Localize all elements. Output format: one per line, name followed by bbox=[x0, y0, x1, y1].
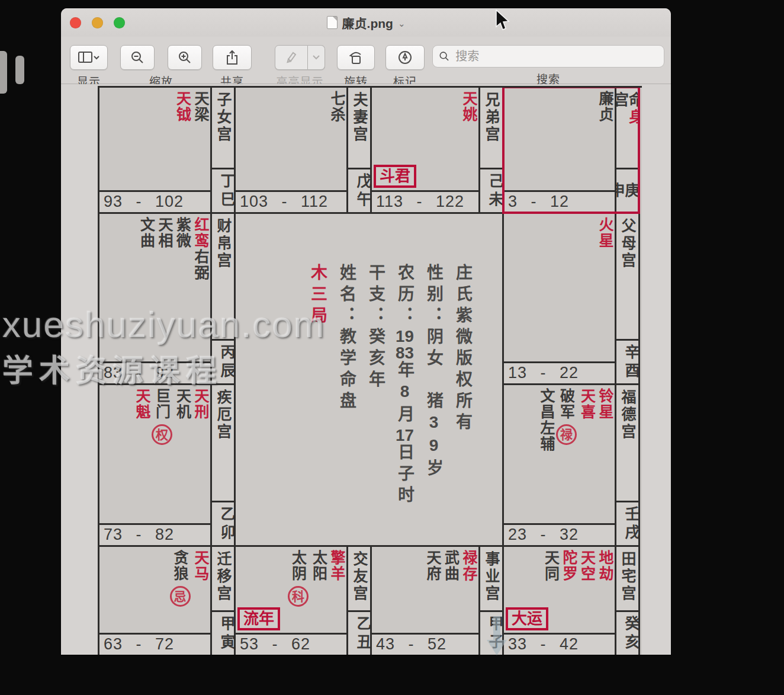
stem-branch: 壬戌 bbox=[616, 501, 638, 545]
ziwei-chart-image: 天钺天梁93 - 102子女宫丁巳七杀103 - 112夫妻宫戊午天姚斗君113… bbox=[98, 86, 642, 655]
palace-name: 福德宫 bbox=[620, 385, 635, 441]
star-name: 天钺 bbox=[175, 91, 191, 123]
age-range: 93 - 102 bbox=[99, 190, 210, 212]
palace-qianyi: 贪狼忌天马63 - 72迁移宫甲寅 bbox=[99, 547, 236, 655]
age-range: 73 - 82 bbox=[99, 523, 210, 545]
markup-icon bbox=[397, 50, 413, 65]
age-range: 113 - 122 bbox=[372, 190, 478, 212]
star-column: 擎羊 bbox=[329, 550, 345, 582]
palace-shiye: 天府武曲禄存43 - 52事业宫甲子 bbox=[372, 547, 504, 655]
palace-name: 父母宫 bbox=[620, 214, 635, 270]
preview-window: 廉贞.png ⌄ 显示 bbox=[61, 8, 671, 655]
search-field[interactable] bbox=[432, 45, 664, 68]
star-name: 文昌左辅 bbox=[538, 388, 555, 452]
palace-badge: 大运 bbox=[506, 607, 548, 630]
star-name: 火星 bbox=[597, 217, 613, 249]
age-range: 53 - 62 bbox=[236, 633, 346, 655]
star-column: 武曲 bbox=[442, 550, 459, 582]
star-column: 太阴科 bbox=[288, 550, 309, 607]
window-title-area: 廉贞.png ⌄ bbox=[61, 8, 671, 37]
age-range: 43 - 52 bbox=[372, 633, 478, 655]
star-group: 太阴科太阳擎羊 bbox=[286, 550, 345, 607]
markup-button[interactable] bbox=[385, 45, 425, 70]
star-column: 陀罗 bbox=[561, 550, 577, 582]
palace-name: 疾厄宫 bbox=[216, 385, 230, 441]
title-chevron-icon[interactable]: ⌄ bbox=[398, 18, 406, 29]
palace-name: 子女宫 bbox=[216, 88, 230, 143]
stem-branch: 乙丑 bbox=[348, 610, 370, 655]
palace-zinv: 天钺天梁93 - 102子女宫丁巳 bbox=[99, 88, 236, 214]
toolbar-group-markup: 标记 bbox=[385, 45, 425, 89]
palace-name-column: 子女宫丁巳 bbox=[210, 88, 234, 212]
stem-branch: 己未 bbox=[480, 168, 502, 212]
palace-body: 文昌左辅破军禄天喜铃星23 - 32 bbox=[504, 385, 615, 545]
toolbar-group-highlight: 高亮显示 bbox=[275, 45, 325, 89]
highlight-button[interactable] bbox=[275, 45, 308, 70]
birth-info-columns: 庄氏紫微版权所有性别：阴女 猪39岁农历：1983年8月17日子时干支：癸亥年姓… bbox=[303, 264, 477, 507]
palace-mingshen: 廉贞3 - 12命身宫庚申 bbox=[504, 88, 640, 214]
star-column: 天马 bbox=[192, 550, 209, 582]
zoom-out-button[interactable] bbox=[120, 45, 155, 70]
star-column: 红鸾右弼 bbox=[192, 217, 209, 281]
share-button[interactable] bbox=[213, 45, 252, 70]
search-input[interactable] bbox=[454, 49, 658, 64]
info-column: 姓名：教学命盘 bbox=[332, 264, 361, 507]
chevron-down-icon bbox=[313, 55, 320, 60]
video-frame: 廉贞.png ⌄ 显示 bbox=[0, 0, 784, 695]
palace-name-column: 疾厄宫乙卯 bbox=[210, 385, 234, 545]
star-column: 天府 bbox=[425, 550, 441, 582]
star-name: 太阴 bbox=[290, 550, 307, 582]
info-text: 性别：阴女 猪39岁 bbox=[425, 264, 443, 481]
age-range: 33 - 42 bbox=[504, 633, 615, 655]
info-text: 姓名：教学命盘 bbox=[338, 264, 356, 413]
star-column: 天相 bbox=[156, 217, 173, 249]
name-gap bbox=[635, 126, 635, 151]
star-name: 破军 bbox=[558, 388, 575, 420]
info-text: 农历： bbox=[396, 264, 414, 328]
transform-seal-icon: 权 bbox=[152, 424, 172, 445]
info-column: 庄氏紫微版权所有 bbox=[448, 264, 477, 507]
info-text: 日子时 bbox=[396, 443, 414, 507]
info-text: 庄氏紫微版权所有 bbox=[454, 264, 472, 434]
toolbar: 显示 bbox=[61, 37, 671, 84]
star-group: 天魁巨门权天机天刑 bbox=[132, 388, 209, 445]
sidebar-toggle-button[interactable] bbox=[70, 45, 108, 70]
rotate-button[interactable] bbox=[337, 45, 375, 70]
palace-name-column: 夫妻宫戊午 bbox=[346, 88, 370, 212]
star-group: 火星 bbox=[595, 217, 613, 249]
window-title: 廉贞.png bbox=[342, 14, 393, 31]
highlight-dropdown-button[interactable] bbox=[308, 45, 325, 70]
star-name: 廉贞 bbox=[597, 91, 613, 123]
search-icon bbox=[439, 50, 449, 62]
palace-body: 天同陀罗天空地劫大运33 - 42 bbox=[504, 547, 615, 655]
palace-name-char: 身 bbox=[627, 109, 639, 126]
palace-tianzhai: 天同陀罗天空地劫大运33 - 42田宅宫癸亥 bbox=[504, 547, 640, 655]
star-group: 七杀 bbox=[327, 91, 345, 123]
star-name: 红鸾 bbox=[192, 217, 209, 249]
star-column: 天梁 bbox=[192, 91, 209, 123]
star-name: 天刑 bbox=[192, 388, 209, 420]
palace-name: 田宅宫 bbox=[620, 547, 635, 603]
age-range: 103 - 112 bbox=[236, 190, 346, 212]
star-name: 七杀 bbox=[329, 91, 345, 123]
palace-fuqi: 七杀103 - 112夫妻宫戊午 bbox=[236, 88, 372, 214]
star-name: 天府 bbox=[425, 550, 441, 582]
star-name: 铃星 bbox=[597, 388, 613, 420]
info-text: 干支：癸亥年 bbox=[367, 264, 385, 392]
star-name: 天空 bbox=[579, 550, 596, 582]
palace-body: 文曲天相紫微红鸾右弼83 - 92 bbox=[99, 214, 210, 383]
toolbar-group-show: 显示 bbox=[70, 45, 108, 89]
star-name: 禄存 bbox=[461, 550, 477, 582]
star-column: 廉贞 bbox=[597, 91, 613, 123]
stem-branch: 庚申 bbox=[616, 168, 638, 212]
star-name: 擎羊 bbox=[329, 550, 345, 582]
info-column: 木三局 bbox=[303, 264, 332, 507]
star-group: 天府武曲禄存 bbox=[423, 550, 477, 582]
palace-jie: 天魁巨门权天机天刑73 - 82疾厄宫乙卯 bbox=[99, 385, 236, 547]
stem-branch: 甲寅 bbox=[212, 610, 234, 655]
star-name: 贪狼 bbox=[172, 550, 188, 582]
palace-fude: 文昌左辅破军禄天喜铃星23 - 32福德宫壬戌 bbox=[504, 385, 640, 547]
star-name: 天同 bbox=[543, 550, 560, 582]
zoom-in-button[interactable] bbox=[168, 45, 202, 70]
transform-seal-icon: 忌 bbox=[170, 586, 191, 607]
